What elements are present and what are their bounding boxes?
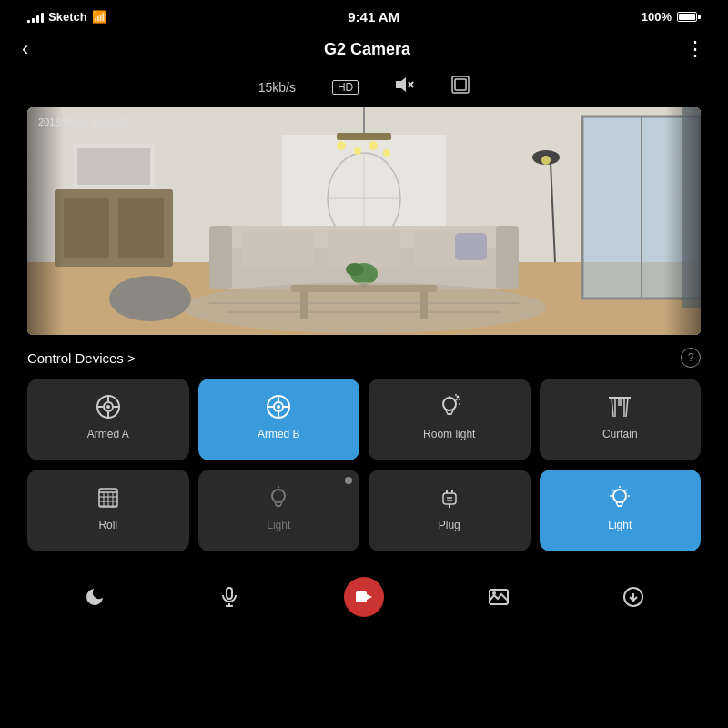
device-tile-light-active[interactable]: Light [540, 470, 702, 551]
night-mode-button[interactable] [75, 577, 115, 617]
room-light-icon [436, 393, 463, 420]
device-tile-plug[interactable]: Plug [369, 470, 531, 551]
device-label-plug: Plug [439, 519, 460, 531]
microphone-button[interactable] [209, 577, 249, 617]
svg-point-30 [346, 263, 364, 276]
control-header: Control Devices > ? [27, 348, 701, 368]
bitrate-label: 15kb/s [258, 80, 296, 95]
device-tile-curtain[interactable]: Curtain [540, 379, 702, 460]
svg-point-60 [277, 405, 280, 409]
svg-rect-104 [227, 588, 232, 599]
svg-marker-0 [396, 77, 406, 92]
curtain-icon [606, 393, 633, 420]
more-button[interactable]: ⋮ [685, 37, 706, 61]
device-tile-armed-b[interactable]: Armed B [198, 379, 360, 460]
svg-point-110 [492, 592, 496, 595]
device-tile-light-dim[interactable]: Light [198, 470, 360, 551]
roll-icon [95, 484, 122, 511]
svg-point-97 [613, 490, 626, 502]
status-right: 100% [642, 10, 701, 24]
svg-point-65 [443, 398, 456, 410]
wifi-icon: 📶 [92, 10, 106, 24]
svg-line-102 [612, 490, 614, 491]
more-options-button[interactable] [613, 577, 653, 617]
svg-marker-108 [367, 594, 372, 600]
device-label-light-dim: Light [267, 519, 290, 531]
device-label-armed-b: Armed B [258, 428, 300, 440]
battery-icon [677, 12, 701, 22]
status-bar: Sketch 📶 9:41 AM 100% [0, 0, 728, 30]
svg-point-45 [109, 276, 191, 321]
device-label-roll: Roll [98, 519, 117, 531]
camera-timestamp: 2018/08/15 12:50:22 [38, 116, 130, 127]
svg-rect-4 [455, 79, 466, 90]
device-label-light-active: Light [608, 519, 632, 531]
svg-point-14 [337, 141, 346, 150]
signal-icon [27, 12, 44, 23]
svg-rect-41 [118, 198, 164, 258]
svg-line-103 [626, 490, 628, 491]
control-devices-title[interactable]: Control Devices > [27, 350, 136, 366]
status-time: 9:41 AM [348, 9, 399, 25]
svg-rect-22 [241, 230, 314, 267]
svg-rect-50 [664, 107, 701, 335]
device-tile-armed-a[interactable]: Armed A [27, 379, 189, 460]
armed-icon [95, 393, 122, 420]
device-badge-light [345, 477, 352, 484]
svg-rect-13 [337, 133, 391, 140]
record-button[interactable] [344, 577, 384, 617]
device-label-curtain: Curtain [602, 428, 638, 440]
svg-point-17 [383, 149, 390, 157]
svg-rect-21 [496, 226, 519, 289]
status-left: Sketch 📶 [27, 10, 106, 24]
svg-point-88 [272, 490, 285, 502]
svg-point-70 [456, 396, 459, 399]
armed-b-icon [265, 393, 292, 420]
svg-rect-49 [27, 107, 64, 335]
svg-line-68 [456, 399, 458, 401]
device-tile-room-light[interactable]: Room light [369, 379, 531, 460]
device-label-armed-a: Armed A [87, 428, 129, 440]
device-tile-roll[interactable]: Roll [27, 470, 189, 551]
bottom-nav [0, 561, 728, 617]
camera-feed: 2018/08/15 12:50:22 [27, 107, 701, 335]
header: ‹ G2 Camera ⋮ [0, 30, 728, 72]
svg-rect-46 [455, 233, 487, 260]
svg-rect-107 [356, 592, 367, 602]
svg-line-74 [612, 398, 613, 417]
svg-point-31 [182, 282, 546, 333]
svg-rect-20 [209, 226, 232, 289]
quality-badge[interactable]: HD [332, 80, 359, 95]
gallery-button[interactable] [479, 577, 519, 617]
svg-point-71 [459, 399, 460, 400]
device-grid: Armed A Armed B [27, 379, 701, 551]
page-title: G2 Camera [324, 40, 410, 59]
svg-rect-91 [443, 493, 456, 504]
carrier-label: Sketch [48, 10, 87, 24]
light-dim-icon [265, 484, 292, 511]
svg-point-38 [541, 156, 551, 165]
back-button[interactable]: ‹ [22, 37, 49, 61]
plug-icon [436, 484, 463, 511]
fullscreen-button[interactable] [451, 76, 470, 98]
svg-point-16 [369, 141, 378, 150]
camera-toolbar: 15kb/s HD [0, 72, 728, 107]
svg-rect-40 [64, 198, 109, 258]
sound-button[interactable] [395, 76, 415, 97]
control-section: Control Devices > ? Armed A [27, 348, 701, 551]
svg-point-53 [106, 405, 110, 409]
svg-rect-23 [328, 230, 400, 267]
svg-point-15 [354, 147, 361, 155]
svg-point-72 [455, 394, 457, 396]
svg-rect-43 [77, 148, 150, 185]
light-active-icon [606, 484, 633, 511]
help-button[interactable]: ? [681, 348, 701, 368]
battery-percent: 100% [642, 10, 672, 24]
device-label-room-light: Room light [423, 428, 475, 440]
svg-line-77 [626, 398, 628, 417]
